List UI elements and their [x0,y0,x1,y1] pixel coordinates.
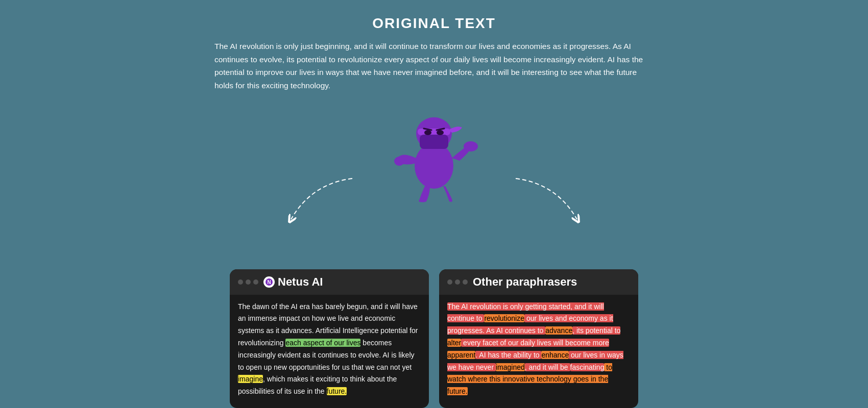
netus-panel-dots [238,279,258,285]
netus-logo: N [263,276,275,288]
others-panel: Other paraphrasers The AI revolution is … [439,269,638,408]
netus-label: Netus AI [278,275,323,289]
highlight-red-3: , its potential to [572,326,620,335]
highlight-yellow-1: imagine [238,375,263,383]
svg-rect-4 [420,135,448,149]
svg-text:N: N [267,279,271,285]
highlight-orange-6: imagined [496,363,525,371]
others-panel-title: Other paraphrasers [473,275,577,289]
highlight-orange-3: alter [447,339,461,347]
page-container: ORIGINAL TEXT The AI revolution is only … [0,0,868,408]
ninja-svg [388,92,480,204]
highlight-orange-4: apparent [447,351,475,359]
netus-panel-title: N Netus AI [263,275,323,289]
panels-container: N Netus AI The dawn of the AI era has ba… [230,269,638,408]
original-text-body: The AI revolution is only just beginning… [214,40,654,92]
others-label: Other paraphrasers [473,275,577,289]
dot-4 [447,279,452,285]
original-text-section: ORIGINAL TEXT The AI revolution is only … [214,15,654,92]
dot-1 [238,279,243,285]
others-panel-dots [447,279,468,285]
dot-5 [455,279,460,285]
dot-2 [246,279,251,285]
svg-point-5 [424,130,431,135]
netus-panel: N Netus AI The dawn of the AI era has ba… [230,269,429,408]
others-panel-header: Other paraphrasers [439,269,638,295]
highlight-orange-1: revolutionize [484,314,524,322]
highlight-green-1: each aspect of our lives [285,339,360,347]
svg-point-9 [394,157,404,166]
svg-rect-3 [418,129,450,135]
highlight-red-7: , and it will be [525,363,570,371]
left-arrow [271,173,373,235]
highlight-orange-2: advance [545,326,572,335]
netus-panel-header: N Netus AI [230,269,429,295]
svg-point-6 [437,130,444,135]
netus-panel-content: The dawn of the AI era has barely begun,… [230,295,429,398]
dot-6 [463,279,468,285]
highlight-red-4: every facet of our daily lives will beco… [461,339,609,347]
highlight-yellow-2: future. [327,387,347,395]
svg-point-10 [464,141,478,151]
highlight-red-5: . AI has the ability to [475,351,541,359]
dot-3 [253,279,258,285]
highlight-red-8: fascinating [570,363,605,371]
ninja-character [388,92,480,204]
highlight-orange-5: enhance [541,351,569,359]
others-panel-content: The AI revolution is only getting starte… [439,295,638,398]
right-arrow [495,173,597,235]
original-text-title: ORIGINAL TEXT [214,15,654,32]
